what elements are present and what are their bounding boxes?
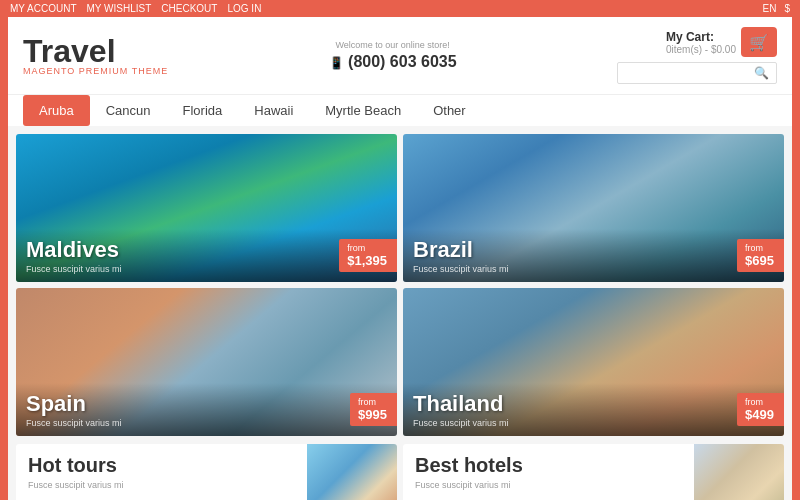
price-from-label: from <box>745 243 774 253</box>
top-bar-left: MY ACCOUNT MY WISHLIST CHECKOUT LOG IN <box>10 3 261 14</box>
cart-area: My Cart: 0item(s) - $0.00 🛒 <box>666 27 777 57</box>
header: Travel MAGENTO PREMIUM THEME Welcome to … <box>8 17 792 94</box>
search-bar: 🔍 <box>617 62 777 84</box>
cart-icon[interactable]: 🛒 <box>741 27 777 57</box>
my-wishlist-link[interactable]: MY WISHLIST <box>87 3 152 14</box>
bottom-grid: Hot tours Fusce suscipit varius mi Best … <box>16 444 784 500</box>
logo-subtitle: MAGENTO PREMIUM THEME <box>23 67 168 76</box>
nav-item-aruba[interactable]: Aruba <box>23 95 90 126</box>
nav-item-florida[interactable]: Florida <box>167 95 239 126</box>
tour-card-brazil[interactable]: Brazil Fusce suscipit varius mi from $69… <box>403 134 784 282</box>
content: Maldives Fusce suscipit varius mi from $… <box>8 126 792 500</box>
price-badge: from $499 <box>737 393 784 426</box>
top-bar: MY ACCOUNT MY WISHLIST CHECKOUT LOG IN E… <box>0 0 800 17</box>
bottom-bg <box>307 444 397 500</box>
tour-desc: Fusce suscipit varius mi <box>413 418 774 428</box>
top-bar-right: EN $ <box>763 3 790 14</box>
language-selector[interactable]: EN <box>763 3 777 14</box>
nav-item-hawaii[interactable]: Hawaii <box>238 95 309 126</box>
welcome-text: Welcome to our online store! <box>329 40 457 50</box>
tour-name: Spain <box>26 391 387 417</box>
price-from-label: from <box>358 397 387 407</box>
tour-desc: Fusce suscipit varius mi <box>26 418 387 428</box>
logo-title: Travel <box>23 35 168 67</box>
tour-desc: Fusce suscipit varius mi <box>26 264 387 274</box>
tour-card-maldives[interactable]: Maldives Fusce suscipit varius mi from $… <box>16 134 397 282</box>
price-badge: from $1,395 <box>339 239 397 272</box>
bottom-bg <box>694 444 784 500</box>
bottom-card-hot-tours[interactable]: Hot tours Fusce suscipit varius mi <box>16 444 397 500</box>
currency-selector[interactable]: $ <box>784 3 790 14</box>
logo: Travel MAGENTO PREMIUM THEME <box>23 35 168 76</box>
price-from-label: from <box>347 243 387 253</box>
tour-overlay: Thailand Fusce suscipit varius mi <box>403 383 784 436</box>
price-badge: from $995 <box>350 393 397 426</box>
bottom-card-title: Hot tours <box>28 454 295 477</box>
phone-number: 📱 (800) 603 6035 <box>329 53 457 71</box>
bottom-card-text: Best hotels Fusce suscipit varius mi <box>403 444 694 500</box>
tour-name: Maldives <box>26 237 387 263</box>
nav-item-other[interactable]: Other <box>417 95 482 126</box>
price-from-label: from <box>745 397 774 407</box>
bottom-card-desc: Fusce suscipit varius mi <box>415 480 682 490</box>
tour-overlay: Spain Fusce suscipit varius mi <box>16 383 397 436</box>
tour-card-spain[interactable]: Spain Fusce suscipit varius mi from $995 <box>16 288 397 436</box>
main-wrapper: Travel MAGENTO PREMIUM THEME Welcome to … <box>8 17 792 500</box>
tour-grid: Maldives Fusce suscipit varius mi from $… <box>16 134 784 436</box>
bottom-card-desc: Fusce suscipit varius mi <box>28 480 295 490</box>
checkout-link[interactable]: CHECKOUT <box>161 3 217 14</box>
price-badge: from $695 <box>737 239 784 272</box>
tour-name: Brazil <box>413 237 774 263</box>
nav-item-myrtle-beach[interactable]: Myrtle Beach <box>309 95 417 126</box>
bottom-card-image <box>307 444 397 500</box>
tour-card-thailand[interactable]: Thailand Fusce suscipit varius mi from $… <box>403 288 784 436</box>
bottom-card-image <box>694 444 784 500</box>
cart-label: My Cart: <box>666 30 736 44</box>
login-link[interactable]: LOG IN <box>227 3 261 14</box>
bottom-card-text: Hot tours Fusce suscipit varius mi <box>16 444 307 500</box>
tour-desc: Fusce suscipit varius mi <box>413 264 774 274</box>
bottom-card-best-hotels[interactable]: Best hotels Fusce suscipit varius mi <box>403 444 784 500</box>
search-input[interactable] <box>624 67 754 79</box>
header-center: Welcome to our online store! 📱 (800) 603… <box>329 40 457 71</box>
tour-overlay: Brazil Fusce suscipit varius mi <box>403 229 784 282</box>
search-icon[interactable]: 🔍 <box>754 66 769 80</box>
cart-price: 0item(s) - $0.00 <box>666 44 736 55</box>
bottom-card-title: Best hotels <box>415 454 682 477</box>
header-right: My Cart: 0item(s) - $0.00 🛒 🔍 <box>617 27 777 84</box>
my-account-link[interactable]: MY ACCOUNT <box>10 3 77 14</box>
nav-item-cancun[interactable]: Cancun <box>90 95 167 126</box>
tour-name: Thailand <box>413 391 774 417</box>
phone-icon: 📱 <box>329 56 344 70</box>
navigation: ArubaCancunFloridaHawaiiMyrtle BeachOthe… <box>8 94 792 126</box>
